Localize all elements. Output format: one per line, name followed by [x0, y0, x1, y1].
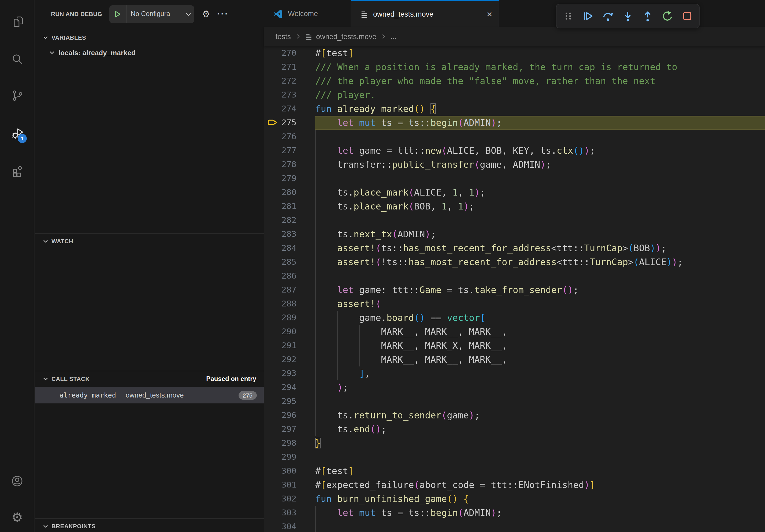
gutter[interactable]: 304	[264, 520, 315, 532]
gutter[interactable]: 289	[264, 311, 315, 325]
breakpoints-section-header[interactable]: BREAKPOINTS	[35, 518, 264, 532]
code-line[interactable]: 270#[test]	[264, 46, 765, 60]
breadcrumb-item[interactable]: tests	[276, 32, 291, 40]
code-line[interactable]: 287 let game: ttt::Game = ts.take_from_s…	[264, 283, 765, 297]
code-editor[interactable]: 270#[test]271/// When a position is alre…	[264, 46, 765, 532]
gutter[interactable]: 291	[264, 339, 315, 353]
account-button[interactable]	[0, 465, 34, 497]
breadcrumb-item[interactable]: owned_tests.move	[316, 32, 376, 40]
code-line[interactable]: 294 );	[264, 381, 765, 394]
code-line[interactable]: 275 let mut ts = ts::begin(ADMIN);	[264, 116, 765, 130]
gutter[interactable]: 296	[264, 408, 315, 422]
code-line[interactable]: 304	[264, 520, 765, 532]
gutter[interactable]: 297	[264, 422, 315, 436]
code-line[interactable]: 299	[264, 450, 765, 464]
code-line[interactable]: 297 ts.end();	[264, 422, 765, 436]
gutter[interactable]: 301	[264, 478, 315, 492]
code-line[interactable]: 281 ts.place_mark(BOB, 1, 1);	[264, 199, 765, 213]
code-line[interactable]: 283 ts.next_tx(ADMIN);	[264, 227, 765, 241]
sidebar-item-run-and-debug[interactable]: 1	[0, 117, 34, 149]
gutter[interactable]: 284	[264, 241, 315, 255]
restart-button[interactable]	[658, 6, 677, 26]
gutter[interactable]: 295	[264, 394, 315, 408]
gutter[interactable]: 279	[264, 171, 315, 185]
code-line[interactable]: 277 let game = ttt::new(ALICE, BOB, KEY,…	[264, 143, 765, 157]
code-line[interactable]: 298}	[264, 436, 765, 450]
gutter[interactable]: 271	[264, 60, 315, 74]
gutter[interactable]: 288	[264, 297, 315, 311]
code-line[interactable]: 280 ts.place_mark(ALICE, 1, 1);	[264, 185, 765, 199]
watch-section-header[interactable]: WATCH	[35, 233, 264, 249]
settings-button[interactable]: ⚙	[0, 501, 34, 532]
close-icon[interactable]: ×	[487, 9, 492, 19]
gutter[interactable]: 270	[264, 46, 315, 60]
step-out-button[interactable]	[638, 6, 657, 26]
gutter[interactable]: 299	[264, 450, 315, 464]
tab-welcome[interactable]: Welcome	[264, 0, 351, 27]
call-stack-section-header[interactable]: CALL STACK Paused on entry	[35, 371, 264, 386]
call-stack-frame-row[interactable]: already_marked owned_tests.move 275	[35, 387, 264, 403]
code-line[interactable]: 290 MARK__, MARK__, MARK__,	[264, 325, 765, 339]
continue-button[interactable]	[579, 6, 597, 26]
code-line[interactable]: 284 assert!(ts::has_most_recent_for_addr…	[264, 241, 765, 255]
gutter[interactable]: 283	[264, 227, 315, 241]
gutter[interactable]: 276	[264, 130, 315, 143]
code-line[interactable]: 271/// When a position is already marked…	[264, 60, 765, 74]
sidebar-item-explorer[interactable]	[0, 5, 34, 38]
code-line[interactable]: 278 transfer::public_transfer(game, ADMI…	[264, 157, 765, 171]
code-line[interactable]: 303 let mut ts = ts::begin(ADMIN);	[264, 506, 765, 520]
code-line[interactable]: 291 MARK__, MARK_X, MARK__,	[264, 339, 765, 353]
gutter[interactable]: 278	[264, 157, 315, 171]
gutter[interactable]: 282	[264, 213, 315, 227]
debug-config-dropdown[interactable]: No Configura	[126, 10, 194, 18]
gutter[interactable]: 298	[264, 436, 315, 450]
variables-section-header[interactable]: VARIABLES	[35, 30, 264, 45]
gutter[interactable]: 286	[264, 269, 315, 283]
code-line[interactable]: 286	[264, 269, 765, 283]
code-line[interactable]: 279	[264, 171, 765, 185]
sidebar-item-extensions[interactable]	[0, 154, 34, 186]
views-more-actions-button[interactable]: ···	[217, 9, 229, 19]
code-line[interactable]: 301#[expected_failure(abort_code = ttt::…	[264, 478, 765, 492]
gutter[interactable]: 285	[264, 255, 315, 269]
code-line[interactable]: 288 assert!(	[264, 297, 765, 311]
gutter[interactable]: 287	[264, 283, 315, 297]
code-line[interactable]: 300#[test]	[264, 464, 765, 478]
start-debug-button[interactable]: No Configura	[109, 5, 194, 23]
breadcrumb-item[interactable]: ...	[390, 32, 396, 40]
gutter[interactable]: 280	[264, 185, 315, 199]
code-line[interactable]: 289 game.board() == vector[	[264, 311, 765, 325]
sidebar-item-search[interactable]	[0, 43, 34, 75]
debug-settings-gear-icon[interactable]: ⚙	[202, 9, 210, 19]
gutter[interactable]: 290	[264, 325, 315, 339]
code-line[interactable]: 272/// the player who made the "false" m…	[264, 74, 765, 88]
step-over-button[interactable]	[599, 6, 617, 26]
step-into-button[interactable]	[619, 6, 637, 26]
gutter[interactable]: 294	[264, 381, 315, 394]
gutter[interactable]: 281	[264, 199, 315, 213]
code-line[interactable]: 292 MARK__, MARK__, MARK__,	[264, 353, 765, 367]
gutter[interactable]: 303	[264, 506, 315, 520]
gutter[interactable]: 273	[264, 88, 315, 102]
gutter[interactable]: 275	[264, 116, 315, 130]
code-line[interactable]: 302fun burn_unfinished_game() {	[264, 492, 765, 506]
code-line[interactable]: 295	[264, 394, 765, 408]
stop-button[interactable]	[678, 6, 696, 26]
code-line[interactable]: 282	[264, 213, 765, 227]
code-line[interactable]: 296 ts.return_to_sender(game);	[264, 408, 765, 422]
gutter[interactable]: 300	[264, 464, 315, 478]
code-line[interactable]: 285 assert!(!ts::has_most_recent_for_add…	[264, 255, 765, 269]
code-line[interactable]: 274fun already_marked() {	[264, 102, 765, 116]
sidebar-item-source-control[interactable]	[0, 79, 34, 112]
gutter[interactable]: 272	[264, 74, 315, 88]
gutter[interactable]: 292	[264, 353, 315, 367]
tab-owned-tests[interactable]: owned_tests.move ×	[351, 0, 499, 27]
toolbar-drag-handle[interactable]	[559, 6, 577, 26]
gutter[interactable]: 302	[264, 492, 315, 506]
code-line[interactable]: 273/// player.	[264, 88, 765, 102]
gutter[interactable]: 293	[264, 367, 315, 381]
gutter[interactable]: 274	[264, 102, 315, 116]
code-line[interactable]: 276	[264, 130, 765, 143]
gutter[interactable]: 277	[264, 143, 315, 157]
variables-locals-scope[interactable]: locals: already_marked	[35, 45, 264, 60]
